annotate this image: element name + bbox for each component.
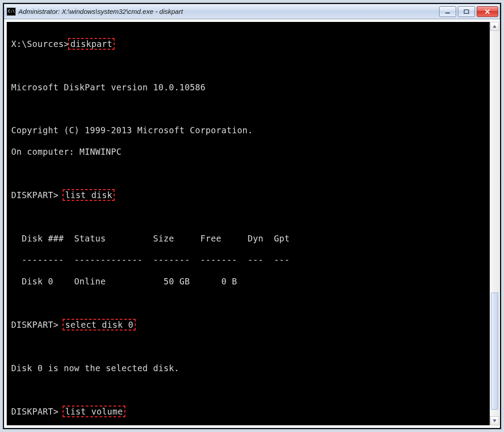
line-computer: On computer: MINWINPC xyxy=(11,146,485,157)
console-output[interactable]: X:\Sources>diskpart Microsoft DiskPart v… xyxy=(7,22,490,425)
maximize-button[interactable] xyxy=(458,6,475,17)
scrollbar-track[interactable] xyxy=(490,31,499,416)
highlight-diskpart: diskpart xyxy=(68,38,115,50)
blank-5 xyxy=(11,297,485,308)
minimize-button[interactable] xyxy=(439,6,456,17)
maximize-icon xyxy=(464,9,469,14)
highlight-list-disk: list disk xyxy=(63,189,115,201)
close-icon xyxy=(484,9,491,14)
blank-1 xyxy=(11,60,485,71)
prompt-dp-3: DISKPART> xyxy=(11,407,64,416)
prompt-dp-1: DISKPART> xyxy=(11,190,64,200)
line-copyright: Copyright (C) 1999-2013 Microsoft Corpor… xyxy=(11,125,485,136)
titlebar[interactable]: C:\ Administrator: X:\windows\system32\c… xyxy=(4,4,500,19)
line-version: Microsoft DiskPart version 10.0.10586 xyxy=(11,82,485,93)
highlight-select-disk: select disk 0 xyxy=(63,319,136,330)
disk-divider: -------- ------------- ------- ------- -… xyxy=(11,254,485,265)
disk-header: Disk ### Status Size Free Dyn Gpt xyxy=(11,233,485,244)
blank-6 xyxy=(11,341,485,352)
prompt-sources-text: X:\Sources> xyxy=(11,39,69,49)
window-buttons xyxy=(439,6,498,17)
client-area: X:\Sources>diskpart Microsoft DiskPart v… xyxy=(4,19,500,428)
scroll-down-button[interactable] xyxy=(490,416,499,425)
prompt-dp-2: DISKPART> xyxy=(11,320,64,330)
window-title: Administrator: X:\windows\system32\cmd.e… xyxy=(18,8,439,15)
blank-3 xyxy=(11,168,485,178)
minimize-icon xyxy=(445,9,450,14)
cmd-window: C:\ Administrator: X:\windows\system32\c… xyxy=(3,3,501,429)
vertical-scrollbar[interactable] xyxy=(490,22,499,425)
scroll-up-button[interactable] xyxy=(490,22,499,31)
blank-4 xyxy=(11,212,485,222)
svg-rect-0 xyxy=(445,13,450,13)
highlight-list-volume: list volume xyxy=(63,406,125,417)
line-list-disk: DISKPART> list disk xyxy=(11,189,485,201)
cmd-app-icon: C:\ xyxy=(7,8,16,16)
chevron-down-icon xyxy=(492,419,497,423)
blank-7 xyxy=(11,384,485,395)
disk-row-0: Disk 0 Online 50 GB 0 B xyxy=(11,276,485,287)
chevron-up-icon xyxy=(492,25,497,28)
cmd-app-icon-text: C:\ xyxy=(8,9,15,13)
scrollbar-thumb[interactable] xyxy=(491,292,498,410)
line-disk-selected: Disk 0 is now the selected disk. xyxy=(11,363,485,373)
line-select-disk: DISKPART> select disk 0 xyxy=(11,319,485,330)
close-button[interactable] xyxy=(477,6,498,17)
line-prompt-sources: X:\Sources>diskpart xyxy=(11,38,485,50)
line-list-volume: DISKPART> list volume xyxy=(11,406,485,417)
blank-2 xyxy=(11,103,485,114)
svg-rect-1 xyxy=(464,10,469,13)
